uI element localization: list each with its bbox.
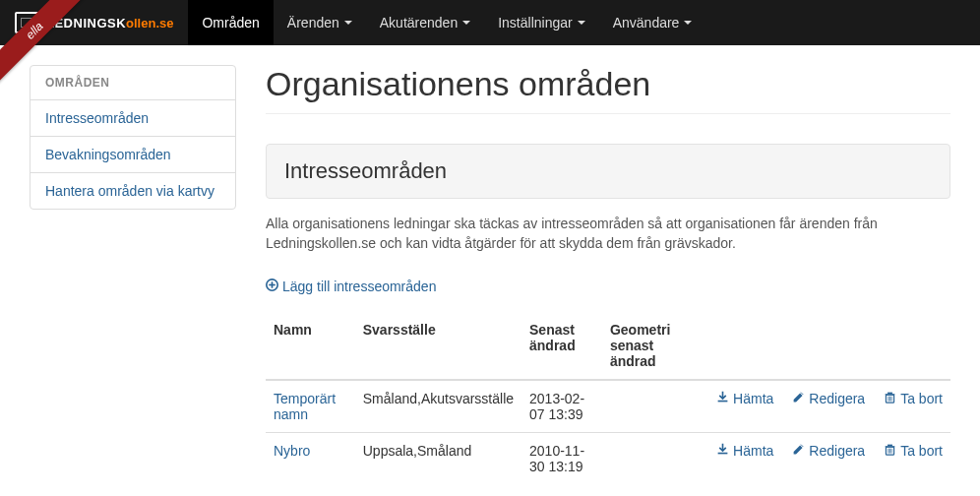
sidebar-item-1[interactable]: Bevakningsområden	[31, 137, 235, 173]
logo-text-2: ollen.se	[126, 16, 173, 31]
svg-rect-10	[717, 452, 727, 454]
page-title: Organisationens områden	[266, 65, 950, 114]
table-row: Temporärt namnSmåland,Akutsvarsställe201…	[266, 380, 950, 433]
download-label: Hämta	[733, 391, 773, 406]
row-actions: HämtaRedigeraTa bort	[707, 432, 950, 484]
svg-rect-2	[269, 283, 276, 285]
edit-label: Redigera	[809, 391, 865, 406]
download-action[interactable]: Hämta	[715, 443, 773, 459]
col-name: Namn	[266, 312, 355, 380]
section-description: Alla organisationens ledningar ska täcka…	[266, 214, 950, 254]
delete-label: Ta bort	[900, 443, 943, 459]
row-geometri	[602, 432, 707, 484]
nav-item-label: Användare	[613, 15, 680, 31]
nav-item-label: Ärenden	[287, 15, 339, 31]
svg-rect-12	[888, 444, 892, 446]
download-icon	[715, 443, 729, 459]
nav-item-label: Områden	[202, 15, 259, 31]
svg-rect-13	[885, 446, 894, 447]
delete-action[interactable]: Ta bort	[883, 443, 943, 459]
delete-label: Ta bort	[900, 391, 943, 406]
sidebar: OMRÅDEN IntresseområdenBevakningsområden…	[30, 65, 236, 484]
nav-item-0[interactable]: Områden	[188, 0, 273, 45]
edit-action[interactable]: Redigera	[791, 391, 865, 406]
row-actions: HämtaRedigeraTa bort	[707, 380, 950, 433]
nav-item-label: Inställningar	[498, 15, 573, 31]
table-row: NybroUppsala,Småland2010-11-30 13:19Hämt…	[266, 432, 950, 484]
trash-icon	[883, 391, 896, 406]
svg-rect-5	[888, 392, 892, 394]
col-actions	[707, 312, 950, 380]
row-svarsstalle: Småland,Akutsvarsställe	[355, 380, 521, 433]
edit-icon	[791, 443, 805, 459]
download-icon	[715, 391, 729, 406]
nav-item-1[interactable]: Ärenden	[274, 0, 366, 45]
chevron-down-icon	[578, 21, 585, 25]
sidebar-item-label: Hantera områden via kartvy	[45, 183, 214, 199]
download-action[interactable]: Hämta	[715, 391, 773, 406]
chevron-down-icon	[684, 21, 692, 25]
nav-item-2[interactable]: Akutärenden	[366, 0, 484, 45]
plus-icon	[266, 279, 278, 294]
row-senast: 2013-02-07 13:39	[521, 380, 602, 433]
sidebar-item-2[interactable]: Hantera områden via kartvy	[31, 173, 235, 209]
download-label: Hämta	[733, 443, 773, 459]
row-name-link[interactable]: Temporärt namn	[274, 391, 336, 422]
col-svarsstalle: Svarsställe	[355, 312, 521, 380]
row-name-link[interactable]: Nybro	[274, 443, 310, 459]
row-svarsstalle: Uppsala,Småland	[355, 432, 521, 484]
col-geometri: Geometri senast ändrad	[602, 312, 707, 380]
row-senast: 2010-11-30 13:19	[521, 432, 602, 484]
svg-rect-3	[717, 400, 727, 402]
row-geometri	[602, 380, 707, 433]
ribbon-label: ella	[0, 0, 88, 84]
nav-item-4[interactable]: Användare	[599, 0, 706, 45]
main-content: Organisationens områden Intresseområden …	[266, 65, 950, 484]
sidebar-item-0[interactable]: Intresseområden	[31, 100, 235, 137]
delete-action[interactable]: Ta bort	[883, 391, 943, 406]
edit-label: Redigera	[809, 443, 865, 459]
nav-item-3[interactable]: Inställningar	[484, 0, 599, 45]
sidebar-item-label: Intresseområden	[45, 110, 149, 126]
add-area-label: Lägg till intresseområden	[282, 279, 436, 294]
chevron-down-icon	[462, 21, 470, 25]
table-header-row: Namn Svarsställe Senast ändrad Geometri …	[266, 312, 950, 380]
top-navbar: LEDNINGSKollen.se OmrådenÄrendenAkutären…	[0, 0, 980, 45]
section-header: Intresseområden	[266, 144, 950, 199]
col-senast: Senast ändrad	[521, 312, 602, 380]
trash-icon	[883, 443, 896, 459]
edit-action[interactable]: Redigera	[791, 443, 865, 459]
nav-item-label: Akutärenden	[380, 15, 458, 31]
svg-rect-6	[885, 394, 894, 395]
chevron-down-icon	[344, 21, 352, 25]
ribbon: ella	[0, 0, 89, 89]
areas-table: Namn Svarsställe Senast ändrad Geometri …	[266, 312, 950, 484]
add-area-link[interactable]: Lägg till intresseområden	[266, 279, 436, 294]
sidebar-item-label: Bevakningsområden	[45, 147, 171, 162]
edit-icon	[791, 391, 805, 406]
